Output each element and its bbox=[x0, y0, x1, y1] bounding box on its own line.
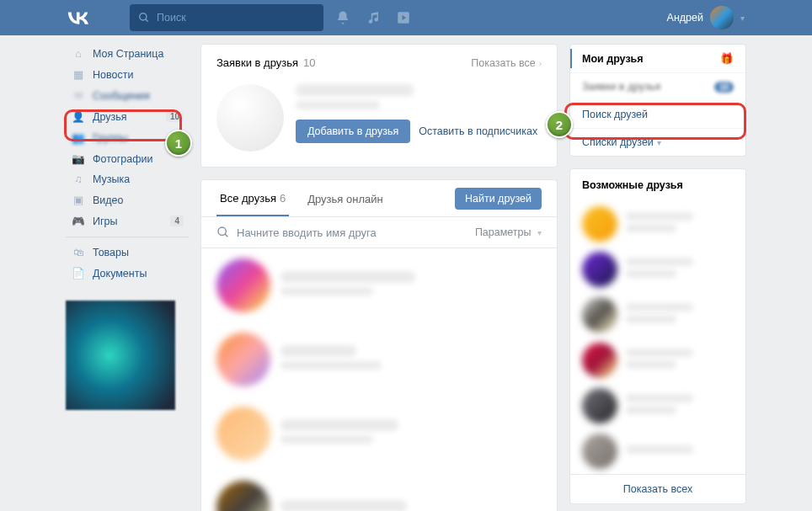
svg-line-1 bbox=[146, 19, 148, 22]
rmenu-friend-lists[interactable]: Списки друзей ▾ bbox=[570, 129, 745, 156]
doc-icon: 📄 bbox=[71, 267, 86, 279]
home-icon: ⌂ bbox=[71, 48, 86, 60]
header-icons bbox=[335, 10, 411, 25]
possible-friend-row[interactable] bbox=[570, 338, 745, 383]
leave-subscriber-button[interactable]: Оставить в подписчиках bbox=[419, 125, 537, 137]
camera-icon: 📷 bbox=[71, 152, 86, 165]
divider bbox=[66, 237, 189, 237]
requests-count: 10 bbox=[303, 56, 315, 69]
friend-avatar bbox=[216, 258, 270, 312]
svg-point-3 bbox=[218, 227, 226, 235]
possible-title: Возможные друзья bbox=[570, 169, 745, 201]
chevron-right-icon: › bbox=[539, 59, 542, 68]
tab-all-friends[interactable]: Все друзья6 bbox=[216, 180, 289, 216]
sidebar-item-my-page[interactable]: ⌂Моя Страница bbox=[66, 44, 189, 64]
sidebar-item-games[interactable]: 🎮Игры4 bbox=[66, 210, 189, 232]
show-all-link[interactable]: Показать все› bbox=[471, 57, 542, 69]
sidebar-item-video[interactable]: ▣Видео bbox=[66, 189, 189, 210]
group-icon: 👥 bbox=[71, 131, 86, 144]
blurred-meta bbox=[296, 101, 380, 109]
sidebar-item-friends[interactable]: 👤Друзья10 bbox=[66, 106, 189, 127]
news-icon: ▦ bbox=[71, 68, 86, 81]
bag-icon: 🛍 bbox=[71, 247, 86, 258]
possible-friend-row[interactable] bbox=[570, 383, 745, 428]
request-avatar[interactable] bbox=[216, 84, 284, 152]
possible-friend-row[interactable] bbox=[570, 201, 745, 247]
blurred-name bbox=[296, 84, 414, 96]
rmenu-requests[interactable]: Заявки в друзья10 bbox=[570, 73, 745, 101]
friend-row[interactable] bbox=[201, 248, 557, 322]
sidebar: ⌂Моя Страница ▦Новости ✉Сообщения 👤Друзь… bbox=[66, 44, 189, 511]
chevron-down-icon: ▾ bbox=[740, 13, 745, 23]
rmenu-search-friends[interactable]: Поиск друзей bbox=[570, 101, 745, 129]
chevron-down-icon: ▾ bbox=[537, 228, 542, 237]
avatar bbox=[710, 6, 734, 29]
user-icon: 👤 bbox=[71, 110, 86, 123]
possible-friend-row[interactable] bbox=[570, 292, 745, 338]
tab-online-friends[interactable]: Друзья онлайн bbox=[304, 181, 386, 216]
sidebar-item-music[interactable]: ♫Музыка bbox=[66, 169, 189, 189]
vk-logo[interactable] bbox=[67, 11, 89, 24]
rmenu-my-friends[interactable]: Мои друзья🎁 bbox=[570, 45, 745, 73]
play-icon[interactable] bbox=[396, 10, 411, 25]
requests-badge: 10 bbox=[714, 82, 734, 93]
friend-search-input[interactable] bbox=[237, 226, 475, 239]
sidebar-item-messages[interactable]: ✉Сообщения bbox=[66, 85, 189, 106]
username: Андрей bbox=[667, 12, 703, 24]
gift-icon[interactable]: 🎁 bbox=[720, 52, 734, 65]
msg-icon: ✉ bbox=[71, 89, 86, 102]
games-badge: 4 bbox=[170, 216, 184, 226]
music-note-icon: ♫ bbox=[71, 173, 86, 185]
right-menu: Мои друзья🎁 Заявки в друзья10 Поиск друз… bbox=[569, 44, 746, 157]
header-search[interactable] bbox=[130, 4, 323, 31]
find-friends-button[interactable]: Найти друзей bbox=[455, 188, 542, 210]
friend-row[interactable] bbox=[201, 471, 557, 511]
chevron-down-icon: ▾ bbox=[657, 138, 661, 147]
gamepad-icon: 🎮 bbox=[71, 215, 86, 227]
bell-icon[interactable] bbox=[335, 10, 350, 25]
friend-row[interactable] bbox=[201, 322, 557, 397]
show-all-possible[interactable]: Показать всех bbox=[570, 474, 745, 503]
header: Андрей ▾ bbox=[0, 0, 812, 35]
possible-friend-row[interactable] bbox=[570, 428, 745, 474]
sidebar-banner[interactable] bbox=[66, 301, 175, 410]
add-friend-button[interactable]: Добавить в друзья bbox=[296, 120, 410, 143]
possible-friend-row[interactable] bbox=[570, 247, 745, 292]
sidebar-item-feed[interactable]: ▦Новости bbox=[66, 64, 189, 85]
music-icon[interactable] bbox=[366, 10, 381, 25]
params-link[interactable]: Параметры ▾ bbox=[475, 226, 542, 238]
svg-point-0 bbox=[140, 13, 147, 20]
search-input[interactable] bbox=[157, 12, 289, 24]
friend-row[interactable] bbox=[201, 397, 557, 471]
right-column: Мои друзья🎁 Заявки в друзья10 Поиск друз… bbox=[569, 44, 746, 511]
friend-avatar bbox=[216, 407, 270, 460]
step-marker-1: 1 bbox=[165, 130, 192, 157]
user-menu[interactable]: Андрей ▾ bbox=[667, 6, 745, 29]
main-column: Заявки в друзья 10 Показать все› Добавит… bbox=[200, 44, 558, 511]
possible-friends-card: Возможные друзья Показать всех bbox=[569, 168, 746, 504]
requests-title: Заявки в друзья bbox=[216, 56, 298, 69]
video-icon: ▣ bbox=[71, 194, 86, 206]
friend-avatar bbox=[216, 333, 270, 386]
sidebar-item-market[interactable]: 🛍Товары bbox=[66, 242, 189, 263]
requests-card: Заявки в друзья 10 Показать все› Добавит… bbox=[200, 44, 558, 168]
step-marker-2: 2 bbox=[546, 111, 573, 138]
friends-badge: 10 bbox=[166, 111, 184, 122]
friend-avatar bbox=[216, 481, 270, 511]
friends-card: Все друзья6 Друзья онлайн Найти друзей П… bbox=[200, 179, 558, 511]
svg-line-4 bbox=[225, 234, 227, 237]
sidebar-item-docs[interactable]: 📄Документы bbox=[66, 263, 189, 284]
